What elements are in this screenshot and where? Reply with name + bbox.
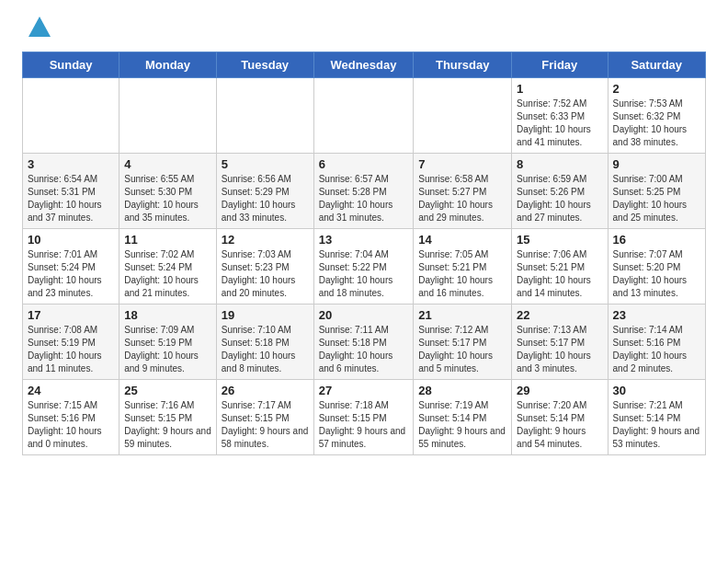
weekday-header-saturday: Saturday — [608, 52, 705, 78]
calendar-cell: 30Sunrise: 7:21 AMSunset: 5:14 PMDayligh… — [608, 380, 705, 455]
svg-marker-0 — [28, 17, 51, 37]
day-info: Sunrise: 7:11 AMSunset: 5:18 PMDaylight:… — [319, 324, 409, 375]
day-number: 19 — [222, 308, 309, 322]
calendar-cell: 27Sunrise: 7:18 AMSunset: 5:15 PMDayligh… — [313, 380, 414, 455]
day-info: Sunrise: 7:17 AMSunset: 5:15 PMDaylight:… — [222, 399, 309, 451]
day-number: 23 — [613, 308, 700, 322]
calendar-cell: 15Sunrise: 7:06 AMSunset: 5:21 PMDayligh… — [512, 229, 608, 304]
day-number: 18 — [124, 308, 211, 322]
page-header — [22, 18, 706, 44]
day-info: Sunrise: 6:54 AMSunset: 5:31 PMDaylight:… — [28, 173, 114, 224]
weekday-header-friday: Friday — [512, 52, 608, 78]
calendar-cell: 7Sunrise: 6:58 AMSunset: 5:27 PMDaylight… — [414, 154, 512, 229]
day-info: Sunrise: 7:08 AMSunset: 5:19 PMDaylight:… — [28, 324, 114, 375]
day-number: 13 — [319, 233, 409, 247]
day-number: 6 — [319, 157, 409, 171]
day-info: Sunrise: 6:55 AMSunset: 5:30 PMDaylight:… — [124, 173, 211, 224]
weekday-header-sunday: Sunday — [23, 52, 119, 78]
day-number: 17 — [28, 308, 114, 322]
calendar-cell: 14Sunrise: 7:05 AMSunset: 5:21 PMDayligh… — [414, 229, 512, 304]
day-info: Sunrise: 7:21 AMSunset: 5:14 PMDaylight:… — [613, 399, 700, 451]
calendar-cell: 20Sunrise: 7:11 AMSunset: 5:18 PMDayligh… — [313, 304, 414, 380]
calendar-cell: 13Sunrise: 7:04 AMSunset: 5:22 PMDayligh… — [313, 229, 414, 304]
calendar-cell: 23Sunrise: 7:14 AMSunset: 5:16 PMDayligh… — [608, 304, 705, 380]
day-info: Sunrise: 7:06 AMSunset: 5:21 PMDaylight:… — [517, 248, 602, 300]
calendar-table: SundayMondayTuesdayWednesdayThursdayFrid… — [22, 52, 706, 455]
day-info: Sunrise: 7:01 AMSunset: 5:24 PMDaylight:… — [28, 248, 114, 300]
day-info: Sunrise: 7:07 AMSunset: 5:20 PMDaylight:… — [613, 248, 700, 300]
logo-icon — [27, 15, 52, 44]
weekday-header-monday: Monday — [119, 52, 217, 78]
day-number: 20 — [319, 308, 409, 322]
day-info: Sunrise: 7:20 AMSunset: 5:14 PMDaylight:… — [517, 399, 602, 451]
day-number: 9 — [613, 157, 700, 171]
calendar-cell: 22Sunrise: 7:13 AMSunset: 5:17 PMDayligh… — [512, 304, 608, 380]
logo — [22, 22, 52, 44]
calendar-cell: 2Sunrise: 7:53 AMSunset: 6:32 PMDaylight… — [608, 78, 705, 154]
weekday-header-tuesday: Tuesday — [216, 52, 313, 78]
day-number: 4 — [124, 157, 211, 171]
calendar-cell — [313, 78, 414, 154]
day-number: 12 — [222, 233, 309, 247]
calendar-cell — [119, 78, 217, 154]
day-number: 1 — [517, 82, 602, 96]
calendar-cell: 4Sunrise: 6:55 AMSunset: 5:30 PMDaylight… — [119, 154, 217, 229]
day-number: 14 — [418, 233, 506, 247]
day-number: 5 — [222, 157, 309, 171]
day-number: 8 — [517, 157, 602, 171]
day-info: Sunrise: 7:52 AMSunset: 6:33 PMDaylight:… — [517, 98, 602, 149]
calendar-cell — [23, 78, 119, 154]
calendar-cell: 18Sunrise: 7:09 AMSunset: 5:19 PMDayligh… — [119, 304, 217, 380]
calendar-cell: 21Sunrise: 7:12 AMSunset: 5:17 PMDayligh… — [414, 304, 512, 380]
calendar-cell: 10Sunrise: 7:01 AMSunset: 5:24 PMDayligh… — [23, 229, 119, 304]
day-number: 28 — [418, 384, 506, 397]
weekday-header-wednesday: Wednesday — [313, 52, 414, 78]
day-number: 26 — [222, 384, 309, 397]
day-info: Sunrise: 7:09 AMSunset: 5:19 PMDaylight:… — [124, 324, 211, 375]
calendar-cell — [216, 78, 313, 154]
calendar-cell: 28Sunrise: 7:19 AMSunset: 5:14 PMDayligh… — [414, 380, 512, 455]
day-info: Sunrise: 7:53 AMSunset: 6:32 PMDaylight:… — [613, 98, 700, 149]
day-number: 11 — [124, 233, 211, 247]
calendar-cell: 8Sunrise: 6:59 AMSunset: 5:26 PMDaylight… — [512, 154, 608, 229]
day-number: 16 — [613, 233, 700, 247]
day-number: 22 — [517, 308, 602, 322]
calendar-cell — [414, 78, 512, 154]
calendar-cell: 3Sunrise: 6:54 AMSunset: 5:31 PMDaylight… — [23, 154, 119, 229]
day-info: Sunrise: 7:03 AMSunset: 5:23 PMDaylight:… — [222, 248, 309, 300]
day-number: 21 — [418, 308, 506, 322]
weekday-header-thursday: Thursday — [414, 52, 512, 78]
calendar-cell: 9Sunrise: 7:00 AMSunset: 5:25 PMDaylight… — [608, 154, 705, 229]
day-info: Sunrise: 6:58 AMSunset: 5:27 PMDaylight:… — [418, 173, 506, 224]
day-info: Sunrise: 7:05 AMSunset: 5:21 PMDaylight:… — [418, 248, 506, 300]
calendar-cell: 19Sunrise: 7:10 AMSunset: 5:18 PMDayligh… — [216, 304, 313, 380]
day-info: Sunrise: 7:10 AMSunset: 5:18 PMDaylight:… — [222, 324, 309, 375]
day-number: 25 — [124, 384, 211, 397]
day-info: Sunrise: 6:56 AMSunset: 5:29 PMDaylight:… — [222, 173, 309, 224]
day-info: Sunrise: 7:02 AMSunset: 5:24 PMDaylight:… — [124, 248, 211, 300]
day-number: 30 — [613, 384, 700, 397]
day-number: 2 — [613, 82, 700, 96]
day-number: 3 — [28, 157, 114, 171]
calendar-cell: 6Sunrise: 6:57 AMSunset: 5:28 PMDaylight… — [313, 154, 414, 229]
calendar-cell: 24Sunrise: 7:15 AMSunset: 5:16 PMDayligh… — [23, 380, 119, 455]
day-info: Sunrise: 7:04 AMSunset: 5:22 PMDaylight:… — [319, 248, 409, 300]
day-number: 29 — [517, 384, 602, 397]
day-info: Sunrise: 7:12 AMSunset: 5:17 PMDaylight:… — [418, 324, 506, 375]
day-info: Sunrise: 7:18 AMSunset: 5:15 PMDaylight:… — [319, 399, 409, 451]
day-info: Sunrise: 7:19 AMSunset: 5:14 PMDaylight:… — [418, 399, 506, 451]
day-number: 15 — [517, 233, 602, 247]
day-info: Sunrise: 7:16 AMSunset: 5:15 PMDaylight:… — [124, 399, 211, 451]
calendar-cell: 11Sunrise: 7:02 AMSunset: 5:24 PMDayligh… — [119, 229, 217, 304]
day-number: 24 — [28, 384, 114, 397]
calendar-cell: 12Sunrise: 7:03 AMSunset: 5:23 PMDayligh… — [216, 229, 313, 304]
day-number: 7 — [418, 157, 506, 171]
calendar-cell: 16Sunrise: 7:07 AMSunset: 5:20 PMDayligh… — [608, 229, 705, 304]
calendar-cell: 5Sunrise: 6:56 AMSunset: 5:29 PMDaylight… — [216, 154, 313, 229]
day-info: Sunrise: 6:57 AMSunset: 5:28 PMDaylight:… — [319, 173, 409, 224]
day-number: 27 — [319, 384, 409, 397]
day-info: Sunrise: 7:15 AMSunset: 5:16 PMDaylight:… — [28, 399, 114, 451]
calendar-cell: 17Sunrise: 7:08 AMSunset: 5:19 PMDayligh… — [23, 304, 119, 380]
calendar-cell: 1Sunrise: 7:52 AMSunset: 6:33 PMDaylight… — [512, 78, 608, 154]
day-info: Sunrise: 7:13 AMSunset: 5:17 PMDaylight:… — [517, 324, 602, 375]
